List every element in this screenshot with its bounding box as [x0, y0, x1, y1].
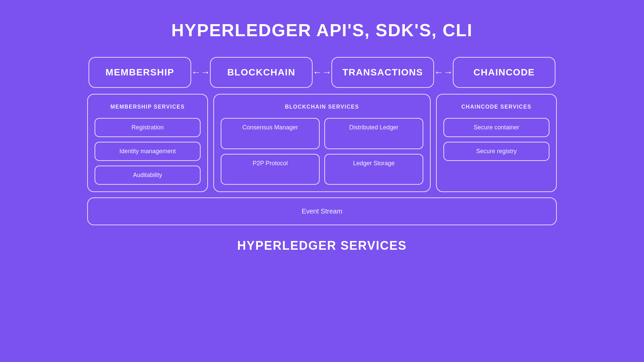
secure-registry-item: Secure registry	[443, 142, 549, 161]
event-stream-panel: Event Stream	[87, 197, 557, 225]
transactions-label: TRANSACTIONS	[342, 67, 423, 77]
diagram-wrapper: MEMBERSHIP ←→ BLOCKCHAIN ←→ TRANSACTIONS…	[87, 57, 557, 225]
blockchain-box: BLOCKCHAIN	[210, 57, 313, 88]
transactions-box: TRANSACTIONS	[331, 57, 434, 88]
membership-services-panel: MEMBERSHIP SERVICES Registration Identit…	[87, 94, 208, 192]
chaincode-box: CHAINCODE	[453, 57, 555, 88]
event-stream-label: Event Stream	[302, 207, 342, 215]
top-row: MEMBERSHIP ←→ BLOCKCHAIN ←→ TRANSACTIONS…	[87, 57, 557, 88]
auditability-item: Auditability	[95, 166, 201, 185]
arrow-2-icon: ←→	[313, 67, 331, 78]
arrow-1: ←→	[191, 67, 210, 78]
chaincode-services-panel: CHAINCODE SERVICES Secure container Secu…	[436, 94, 557, 192]
services-row: MEMBERSHIP SERVICES Registration Identit…	[87, 94, 557, 192]
chaincode-services-title: CHAINCODE SERVICES	[443, 104, 549, 110]
registration-item: Registration	[95, 118, 201, 137]
p2p-protocol-item: P2P Protocol	[221, 154, 320, 185]
consensus-manager-item: Consensus Manager	[221, 118, 320, 149]
membership-box: MEMBERSHIP	[89, 57, 191, 88]
secure-container-item: Secure container	[443, 118, 549, 137]
chaincode-label: CHAINCODE	[473, 67, 535, 77]
blockchain-label: BLOCKCHAIN	[227, 67, 295, 77]
ledger-storage-item: Ledger Storage	[324, 154, 423, 185]
chaincode-service-items: Secure container Secure registry	[443, 118, 549, 185]
membership-label: MEMBERSHIP	[106, 67, 174, 77]
membership-service-items: Registration Identity management Auditab…	[95, 118, 201, 185]
arrow-1-icon: ←→	[191, 67, 210, 78]
membership-services-title: MEMBERSHIP SERVICES	[95, 104, 201, 110]
arrow-2: ←→	[313, 67, 331, 78]
arrow-3: ←→	[434, 67, 453, 78]
blockchain-services-grid: Consensus Manager Distributed Ledger P2P…	[221, 118, 423, 185]
identity-management-item: Identity management	[95, 142, 201, 161]
distributed-ledger-item: Distributed Ledger	[324, 118, 423, 149]
arrow-3-icon: ←→	[434, 67, 453, 78]
page-title: HYPERLEDGER API'S, SDK'S, CLI	[171, 20, 473, 40]
blockchain-services-panel: BLOCKCHAIN SERVICES Consensus Manager Di…	[213, 94, 431, 192]
blockchain-services-title: BLOCKCHAIN SERVICES	[221, 104, 423, 110]
footer-title: HYPERLEDGER SERVICES	[237, 239, 407, 253]
